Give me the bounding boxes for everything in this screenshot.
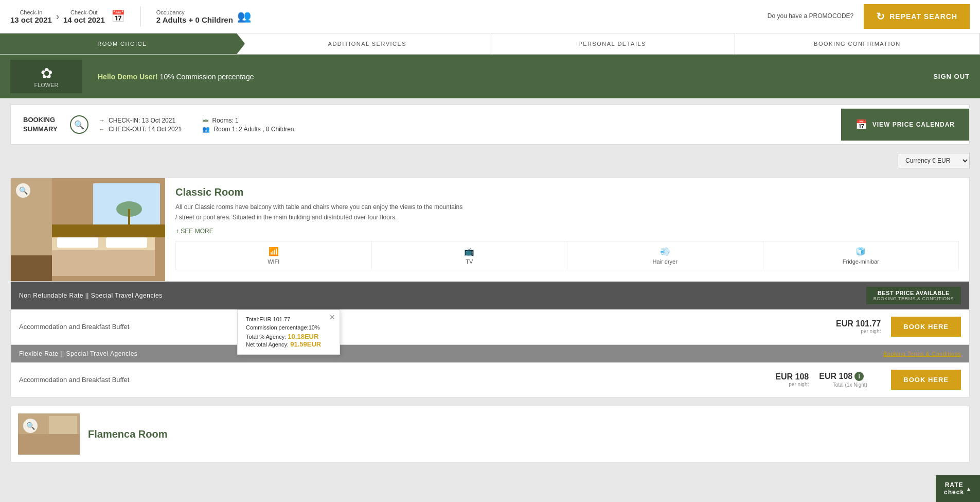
classic-room-card: 🔍 bbox=[10, 178, 970, 397]
step-room-label: ROOM CHOICE bbox=[97, 41, 147, 47]
svg-rect-6 bbox=[57, 237, 98, 248]
occupancy-section: Occupancy 2 Adults + 0 Children 👥 bbox=[156, 9, 251, 24]
step-confirmation-label: BOOKING CONFIRMATION bbox=[814, 41, 901, 47]
step-additional[interactable]: ADDITIONAL SERVICES bbox=[245, 33, 490, 54]
hairdryer-label: Hair dryer bbox=[653, 258, 678, 265]
rate1-book-button[interactable]: BOOK HERE bbox=[891, 317, 961, 337]
promo-section: Do you have a PROMOCODE? bbox=[768, 12, 853, 21]
rate2-book-button[interactable]: BOOK HERE bbox=[891, 370, 961, 390]
classic-room-info: Classic Room All our Classic rooms have … bbox=[165, 178, 969, 281]
rate2-price: EUR 108 per night bbox=[747, 372, 809, 387]
tv-icon: 📺 bbox=[464, 247, 474, 256]
svg-rect-13 bbox=[49, 416, 77, 437]
rate2-total-col: EUR 108 i Total (1x Night) bbox=[819, 372, 881, 388]
best-price-line1: BEST PRICE AVAILABLE bbox=[874, 290, 954, 296]
step-room-choice[interactable]: ROOM CHOICE bbox=[0, 33, 245, 54]
rate2-name: Accommodation and Breakfast Buffet bbox=[19, 376, 747, 384]
tooltip-total: Total:EUR 101.77 bbox=[246, 316, 331, 322]
checkin-section: Check-In 13 oct 2021 › Check-Out 14 oct … bbox=[10, 9, 125, 24]
rate2-per-night: per night bbox=[747, 382, 809, 387]
see-more-link[interactable]: + SEE MORE bbox=[175, 228, 959, 235]
classic-room-image[interactable]: 🔍 bbox=[11, 178, 165, 281]
checkout-label: Check-Out bbox=[63, 9, 105, 15]
greeting-hello: Hello Demo User! bbox=[98, 73, 158, 81]
flower-icon: ✿ bbox=[34, 65, 58, 82]
checkin-detail: → CHECK-IN: 13 Oct 2021 bbox=[99, 117, 182, 124]
amenity-wifi: 📶 WIFI bbox=[176, 241, 372, 270]
flamenca-room-name: Flamenca Room bbox=[88, 428, 962, 440]
sign-out-button[interactable]: SIGN OUT bbox=[933, 73, 970, 80]
fridge-icon: 🧊 bbox=[856, 247, 866, 256]
hotel-header: ✿ FLOWER Hello Demo User! 10% Commission… bbox=[0, 55, 980, 98]
progress-bar: ROOM CHOICE ADDITIONAL SERVICES PERSONAL… bbox=[0, 33, 980, 55]
repeat-search-button[interactable]: ↻ REPEAT SEARCH bbox=[864, 4, 970, 29]
rate-check-button[interactable]: RATEcheck ▲ bbox=[936, 475, 980, 487]
main-content: 🔍 bbox=[0, 178, 980, 487]
chevron-up-icon: ▲ bbox=[966, 486, 972, 487]
rate1-header: Non Refundable Rate || Special Travel Ag… bbox=[11, 282, 969, 309]
top-bar: Check-In 13 oct 2021 › Check-Out 14 oct … bbox=[0, 0, 980, 33]
divider bbox=[140, 6, 141, 27]
best-price-line2: BOOKING TERMS & CONDITIONS bbox=[874, 296, 954, 301]
fridge-label: Fridge-minibar bbox=[843, 258, 879, 265]
tooltip-popup: ✕ Total:EUR 101.77 Commission percentage… bbox=[237, 309, 340, 355]
booking-terms-link[interactable]: Booking Terms & Conditions bbox=[883, 351, 961, 357]
checkout-item: Check-Out 14 oct 2021 bbox=[63, 9, 105, 24]
amenity-fridge: 🧊 Fridge-minibar bbox=[763, 241, 959, 270]
svg-rect-9 bbox=[42, 224, 165, 237]
step-additional-label: ADDITIONAL SERVICES bbox=[328, 41, 407, 47]
rate1-price: EUR 101.77 per night bbox=[819, 319, 881, 334]
tooltip-agency-total: Total % Agency: 10.18EUR bbox=[246, 333, 331, 340]
net-total-value: 91.59EUR bbox=[290, 340, 321, 348]
hotel-greeting: Hello Demo User! 10% Commission percenta… bbox=[82, 73, 933, 81]
rate-check-label: RATEcheck bbox=[944, 481, 964, 487]
rate2-section: Flexible Rate || Special Travel Agencies… bbox=[11, 344, 969, 397]
booking-details: → CHECK-IN: 13 Oct 2021 ← CHECK-OUT: 14 … bbox=[99, 110, 841, 140]
step-personal-label: PERSONAL DETAILS bbox=[578, 41, 646, 47]
commission-value: 10% Commission percentage bbox=[160, 73, 254, 81]
step-confirmation[interactable]: BOOKING CONFIRMATION bbox=[735, 33, 980, 54]
classic-room-desc: All our Classic rooms have balcony with … bbox=[175, 202, 464, 222]
svg-rect-7 bbox=[106, 237, 147, 248]
best-price-badge: BEST PRICE AVAILABLE BOOKING TERMS & CON… bbox=[866, 287, 961, 304]
currency-select[interactable]: Currency € EUR Currency $ USD Currency £… bbox=[898, 153, 970, 168]
rate1-name: Accommodation and Breakfast Buffet bbox=[19, 323, 819, 331]
amenities-list: 📶 WIFI 📺 TV 💨 Hair dryer 🧊 Fridge-miniba… bbox=[175, 241, 959, 270]
checkin-value: 13 oct 2021 bbox=[10, 15, 52, 24]
amenity-tv: 📺 TV bbox=[372, 241, 568, 270]
occupancy-value: 2 Adults + 0 Children bbox=[156, 15, 233, 24]
calendar-icon[interactable]: 📅 bbox=[111, 10, 125, 23]
rate2-price-value: EUR 108 bbox=[747, 372, 809, 382]
people-icon: 👥 bbox=[237, 10, 251, 23]
svg-rect-11 bbox=[11, 255, 52, 281]
view-calendar-label: VIEW PRICE CALENDAR bbox=[872, 121, 955, 128]
hairdryer-icon: 💨 bbox=[660, 247, 670, 256]
info-icon[interactable]: i bbox=[854, 372, 864, 381]
tooltip-commission: Commission percentage:10% bbox=[246, 324, 331, 331]
rooms-occupancy: 👥 Room 1: 2 Adults , 0 Children bbox=[202, 126, 294, 133]
hotel-name: FLOWER bbox=[34, 82, 58, 88]
bed-icon: 🛏 bbox=[202, 117, 208, 124]
rate1-price-value: EUR 101.77 bbox=[819, 319, 881, 328]
booking-summary-label: BOOKINGSUMMARY bbox=[11, 105, 70, 144]
booking-dates: → CHECK-IN: 13 Oct 2021 ← CHECK-OUT: 14 … bbox=[99, 115, 182, 134]
repeat-search-label: REPEAT SEARCH bbox=[889, 12, 957, 21]
occupancy-label: Occupancy bbox=[156, 9, 233, 15]
rate2-header: Flexible Rate || Special Travel Agencies… bbox=[11, 345, 969, 362]
checkout-detail: ← CHECK-OUT: 14 Oct 2021 bbox=[99, 126, 182, 133]
view-calendar-button[interactable]: 📅 VIEW PRICE CALENDAR bbox=[841, 109, 969, 141]
rate1-per-night: per night bbox=[819, 328, 881, 334]
rate2-row: Accommodation and Breakfast Buffet EUR 1… bbox=[11, 362, 969, 397]
step-personal[interactable]: PERSONAL DETAILS bbox=[490, 33, 735, 54]
wifi-label: WIFI bbox=[268, 258, 279, 265]
agency-total-value: 10.18EUR bbox=[288, 333, 318, 340]
flamenca-room-image[interactable]: 🔍 bbox=[18, 413, 80, 455]
checkin-label: Check-In bbox=[10, 9, 52, 15]
promo-label: Do you have a PROMOCODE? bbox=[768, 12, 853, 21]
calendar-btn-icon: 📅 bbox=[856, 119, 867, 130]
flamenca-inner: 🔍 Flamenca Room bbox=[11, 406, 969, 462]
tooltip-close[interactable]: ✕ bbox=[329, 313, 335, 321]
svg-rect-8 bbox=[52, 250, 155, 276]
checkin-item: Check-In 13 oct 2021 bbox=[10, 9, 52, 24]
hotel-logo: ✿ FLOWER bbox=[34, 65, 58, 88]
